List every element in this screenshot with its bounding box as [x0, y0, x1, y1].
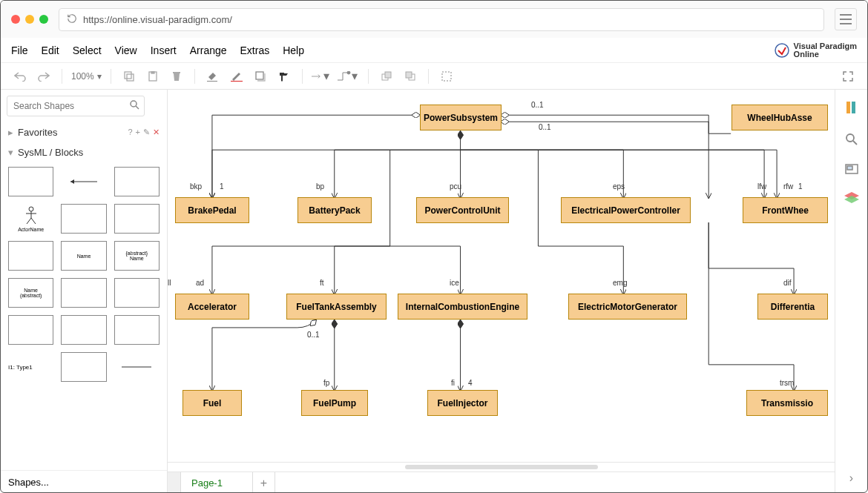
block-pcu[interactable]: PowerControlUnit — [416, 197, 509, 223]
svg-point-26 — [846, 134, 854, 142]
search-input[interactable] — [7, 96, 145, 116]
block-differential[interactable]: Differentia — [757, 294, 828, 320]
to-back-button[interactable] — [401, 67, 419, 85]
zoom-level[interactable]: 100% ▾ — [71, 71, 102, 82]
format-panel-icon[interactable] — [844, 100, 859, 118]
block-epc[interactable]: ElectricalPowerController — [561, 197, 691, 223]
svg-rect-7 — [151, 71, 154, 73]
block-fuel-injector[interactable]: FuelInjector — [427, 390, 498, 416]
delete-button[interactable] — [168, 67, 185, 85]
marquee-button[interactable] — [438, 67, 456, 85]
sysml-label: SysML / Blocks — [18, 147, 83, 158]
shape-palette: ActorName Name {abstract} Name Name (abs… — [1, 162, 167, 470]
waypoint-style-button[interactable]: ▾ — [335, 67, 359, 85]
reload-icon[interactable] — [67, 13, 77, 26]
palette-shape[interactable] — [61, 352, 106, 382]
zoom-text: 100% — [71, 71, 94, 82]
fill-color-button[interactable] — [204, 67, 222, 85]
svg-rect-4 — [125, 72, 131, 79]
palette-shape[interactable]: Name — [61, 241, 106, 271]
palette-shape[interactable] — [8, 241, 53, 271]
block-front-wheel[interactable]: FrontWhee — [743, 197, 828, 223]
to-front-button[interactable] — [378, 67, 395, 85]
block-brake-pedal[interactable]: BrakePedal — [175, 197, 249, 223]
menu-edit[interactable]: Edit — [42, 44, 59, 56]
favorites-section[interactable]: ▸ Favorites ? + ✎ ✕ — [1, 122, 167, 142]
outline-icon[interactable] — [845, 164, 858, 177]
block-ice[interactable]: InternalCombustionEngine — [398, 294, 527, 320]
chevron-down-icon: ▾ — [97, 71, 102, 82]
palette-shape[interactable] — [114, 167, 160, 196]
edit-favorite-icon[interactable]: ✎ — [143, 128, 150, 137]
block-wheel-hub[interactable]: WheelHubAsse — [731, 105, 828, 130]
block-emg[interactable]: ElectricMotorGenerator — [568, 294, 687, 320]
palette-shape[interactable] — [61, 315, 106, 345]
find-icon[interactable] — [845, 133, 858, 149]
menu-file[interactable]: File — [11, 44, 28, 56]
palette-shape[interactable] — [61, 204, 106, 234]
collapse-arrow-icon: ▾ — [8, 147, 13, 158]
minimize-window-button[interactable] — [25, 15, 34, 24]
address-bar[interactable]: https://online.visual-paradigm.com/ — [59, 8, 824, 31]
palette-shape[interactable] — [114, 352, 160, 382]
menu-view[interactable]: View — [115, 44, 137, 56]
search-icon[interactable] — [130, 99, 139, 113]
svg-point-10 — [347, 71, 350, 74]
edge-label: trsm — [780, 379, 794, 387]
undo-button[interactable] — [11, 67, 29, 85]
palette-shape[interactable] — [61, 278, 106, 308]
palette-shape[interactable] — [61, 167, 106, 196]
line-color-button[interactable] — [228, 67, 246, 85]
svg-rect-8 — [231, 81, 243, 82]
palette-shape[interactable]: {abstract} Name — [114, 241, 160, 271]
block-fuel-tank[interactable]: FuelTankAssembly — [286, 294, 387, 320]
shadow-button[interactable] — [251, 67, 269, 85]
palette-shape[interactable] — [114, 315, 160, 345]
palette-actor-shape[interactable]: ActorName — [8, 204, 53, 234]
help-icon[interactable]: ? — [128, 128, 132, 137]
remove-favorite-icon[interactable]: ✕ — [153, 128, 160, 137]
edge-label: bp — [316, 182, 324, 191]
url-text: https://online.visual-paradigm.com/ — [83, 14, 232, 25]
menu-select[interactable]: Select — [73, 44, 102, 56]
add-favorite-icon[interactable]: + — [136, 128, 140, 137]
palette-shape[interactable]: I1: Type1 — [8, 352, 53, 382]
block-transmission[interactable]: Transmissio — [746, 390, 828, 416]
collapse-rail-icon[interactable]: › — [849, 472, 853, 485]
shapes-footer[interactable]: Shapes... — [1, 470, 167, 493]
tabs-handle[interactable] — [168, 472, 181, 493]
block-accelerator[interactable]: Accelerator — [175, 294, 249, 320]
format-painter-button[interactable] — [275, 67, 293, 85]
palette-shape[interactable] — [114, 204, 160, 234]
svg-rect-14 — [406, 72, 412, 78]
maximize-window-button[interactable] — [39, 15, 48, 24]
palette-shape[interactable] — [8, 167, 53, 196]
palette-shape[interactable] — [8, 315, 53, 345]
redo-button[interactable] — [35, 67, 53, 85]
palette-shape[interactable]: Name (abstract) — [8, 278, 53, 308]
copy-button[interactable] — [120, 67, 138, 85]
menu-extras[interactable]: Extras — [240, 44, 270, 56]
menu-help[interactable]: Help — [283, 44, 304, 56]
edge-label: ad — [196, 279, 204, 287]
palette-shape[interactable] — [114, 278, 160, 308]
add-page-button[interactable]: + — [253, 472, 275, 493]
close-window-button[interactable] — [11, 15, 20, 24]
menu-insert[interactable]: Insert — [151, 44, 177, 56]
fullscreen-button[interactable] — [839, 67, 857, 85]
block-fuel[interactable]: Fuel — [183, 390, 242, 416]
horizontal-scrollbar[interactable] — [168, 463, 835, 472]
diagram-canvas[interactable]: PowerSubsystem WheelHubAsse BrakePedal B… — [168, 90, 835, 463]
block-battery-pack[interactable]: BatteryPack — [297, 197, 372, 223]
brand-logo[interactable]: Visual ParadigmOnline — [775, 42, 857, 59]
browser-menu-button[interactable] — [835, 8, 857, 30]
layers-icon[interactable] — [844, 192, 859, 208]
block-fuel-pump[interactable]: FuelPump — [301, 390, 368, 416]
edge-label: fi — [451, 379, 455, 387]
tab-page-1[interactable]: Page-1 — [181, 472, 253, 493]
connector-style-button[interactable]: ▾ — [312, 67, 329, 85]
sysml-section[interactable]: ▾ SysML / Blocks — [1, 142, 167, 162]
block-power-subsystem[interactable]: PowerSubsystem — [420, 105, 502, 130]
paste-button[interactable] — [144, 67, 162, 85]
menu-arrange[interactable]: Arrange — [190, 44, 227, 56]
